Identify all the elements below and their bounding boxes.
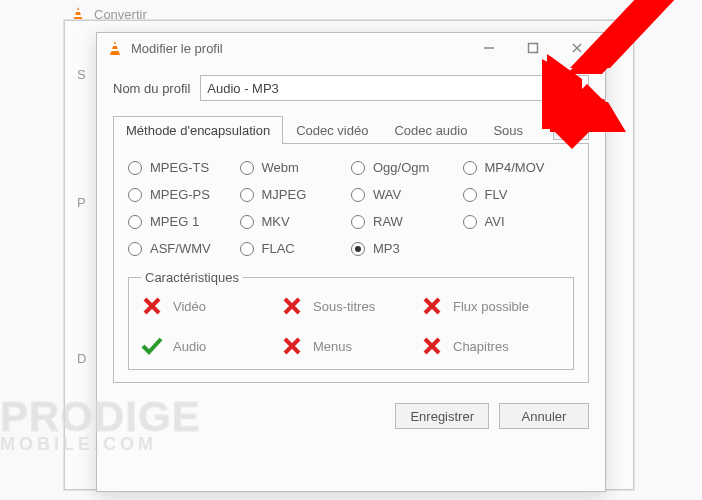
- tab-subtitles[interactable]: Sous: [480, 116, 536, 144]
- cross-icon: [281, 335, 303, 357]
- minimize-button[interactable]: [467, 36, 511, 60]
- radio-mjpeg[interactable]: MJPEG: [240, 187, 352, 202]
- tab-codec-audio[interactable]: Codec audio: [381, 116, 480, 144]
- edit-profile-dialog: Modifier le profil Nom du profil Méthode…: [96, 32, 606, 492]
- cross-icon: [141, 295, 163, 317]
- profile-name-input[interactable]: [200, 75, 589, 101]
- cross-icon: [421, 335, 443, 357]
- vlc-icon: [70, 7, 86, 21]
- vlc-icon: [107, 41, 123, 55]
- parent-d: D: [77, 351, 86, 366]
- radio-mp4mov[interactable]: MP4/MOV: [463, 160, 575, 175]
- profile-name-label: Nom du profil: [113, 81, 190, 96]
- cross-icon: [281, 295, 303, 317]
- save-button[interactable]: Enregistrer: [395, 403, 489, 429]
- radio-mpegts[interactable]: MPEG-TS: [128, 160, 240, 175]
- radio-webm[interactable]: Webm: [240, 160, 352, 175]
- encapsulation-options: MPEG-TS Webm Ogg/Ogm MP4/MOV MPEG-PS MJP…: [128, 160, 574, 256]
- feature-video: Vidéo: [141, 295, 281, 317]
- characteristics-legend: Caractéristiques: [141, 270, 243, 285]
- tab-codec-video[interactable]: Codec vidéo: [283, 116, 381, 144]
- radio-mkv[interactable]: MKV: [240, 214, 352, 229]
- tab-scroll-right[interactable]: ▸: [571, 118, 589, 140]
- parent-s: S: [77, 67, 86, 82]
- svg-rect-1: [529, 44, 538, 53]
- tab-panel-encapsulation: MPEG-TS Webm Ogg/Ogm MP4/MOV MPEG-PS MJP…: [113, 144, 589, 383]
- maximize-button[interactable]: [511, 36, 555, 60]
- close-icon[interactable]: ✕: [616, 25, 627, 40]
- feature-subtitles: Sous-titres: [281, 295, 421, 317]
- radio-asfwmv[interactable]: ASF/WMV: [128, 241, 240, 256]
- radio-raw[interactable]: RAW: [351, 214, 463, 229]
- radio-oggogm[interactable]: Ogg/Ogm: [351, 160, 463, 175]
- radio-mp3[interactable]: MP3: [351, 241, 463, 256]
- check-icon: [141, 335, 163, 357]
- dialog-title: Modifier le profil: [131, 41, 223, 56]
- tab-encapsulation[interactable]: Méthode d'encapsulation: [113, 116, 283, 144]
- tabbar: Méthode d'encapsulation Codec vidéo Code…: [113, 115, 589, 144]
- radio-mpeg1[interactable]: MPEG 1: [128, 214, 240, 229]
- feature-streamable: Flux possible: [421, 295, 561, 317]
- cross-icon: [421, 295, 443, 317]
- feature-menus: Menus: [281, 335, 421, 357]
- radio-avi[interactable]: AVI: [463, 214, 575, 229]
- parent-p: P: [77, 195, 86, 210]
- radio-flv[interactable]: FLV: [463, 187, 575, 202]
- radio-mpegps[interactable]: MPEG-PS: [128, 187, 240, 202]
- characteristics-group: Caractéristiques Vidéo Sous-titres Flux …: [128, 270, 574, 370]
- radio-wav[interactable]: WAV: [351, 187, 463, 202]
- feature-audio: Audio: [141, 335, 281, 357]
- radio-flac[interactable]: FLAC: [240, 241, 352, 256]
- tab-scroll-left[interactable]: ◂: [553, 118, 571, 140]
- close-button[interactable]: [555, 36, 599, 60]
- cancel-button[interactable]: Annuler: [499, 403, 589, 429]
- feature-chapters: Chapitres: [421, 335, 561, 357]
- titlebar: Modifier le profil: [97, 33, 605, 63]
